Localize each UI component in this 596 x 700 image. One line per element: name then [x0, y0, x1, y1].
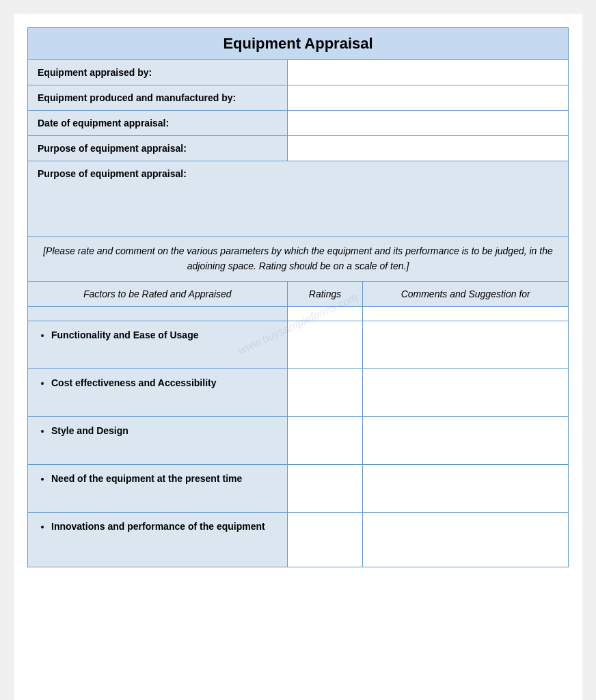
comment-1[interactable] [363, 321, 569, 368]
field-value-2[interactable] [287, 85, 568, 111]
factor-row-2: Cost effectiveness and Accessibility [28, 368, 569, 416]
col-header-factors: Factors to be Rated and Appraised [28, 281, 288, 306]
spacer-row [28, 306, 569, 321]
factor-row-4: Need of the equipment at the present tim… [28, 464, 569, 512]
field-row-1: Equipment appraised by: [28, 60, 569, 85]
instruction-text: [Please rate and comment on the various … [28, 237, 569, 282]
comment-3[interactable] [363, 416, 569, 464]
spacer-factor [28, 306, 288, 321]
col-header-ratings: Ratings [287, 281, 363, 306]
factor-1: Functionality and Ease of Usage [28, 321, 288, 368]
col-header-comments: Comments and Suggestion for [363, 281, 569, 306]
rating-5[interactable] [287, 512, 363, 567]
rating-2[interactable] [287, 368, 363, 416]
factor-row-5: Innovations and performance of the equip… [28, 512, 569, 567]
rating-4[interactable] [287, 464, 363, 512]
comment-4[interactable] [363, 464, 569, 512]
factor-row-1: Functionality and Ease of Usage [28, 321, 569, 368]
field-label-2: Equipment produced and manufactured by: [28, 85, 288, 111]
field-value-4[interactable] [287, 136, 568, 161]
field-row-4: Purpose of equipment appraisal: [28, 136, 569, 161]
rating-3[interactable] [287, 416, 363, 464]
rating-1[interactable] [287, 321, 363, 368]
field-label-1: Equipment appraised by: [28, 60, 288, 85]
factor-5: Innovations and performance of the equip… [28, 512, 288, 567]
field-value-3[interactable] [287, 111, 568, 136]
field-label-4: Purpose of equipment appraisal: [28, 136, 288, 161]
field-label-3: Date of equipment appraisal: [28, 111, 288, 136]
field-value-1[interactable] [287, 60, 568, 85]
factor-row-3: Style and Design [28, 416, 569, 464]
column-headers-row: Factors to be Rated and Appraised Rating… [28, 281, 569, 306]
comment-5[interactable] [363, 512, 569, 567]
large-purpose-row: Purpose of equipment appraisal: [28, 161, 569, 237]
spacer-comment [363, 306, 569, 321]
comment-2[interactable] [363, 368, 569, 416]
factor-2: Cost effectiveness and Accessibility [28, 368, 288, 416]
factor-4: Need of the equipment at the present tim… [28, 464, 288, 512]
factor-3: Style and Design [28, 416, 288, 464]
spacer-rating [287, 306, 363, 321]
appraisal-table: Equipment Appraisal Equipment appraised … [27, 27, 569, 567]
large-purpose-label: Purpose of equipment appraisal: [28, 161, 569, 237]
field-row-2: Equipment produced and manufactured by: [28, 85, 569, 111]
title-row: Equipment Appraisal [28, 28, 569, 60]
table-title: Equipment Appraisal [28, 28, 569, 60]
instruction-row: [Please rate and comment on the various … [28, 237, 569, 282]
field-row-3: Date of equipment appraisal: [28, 111, 569, 136]
